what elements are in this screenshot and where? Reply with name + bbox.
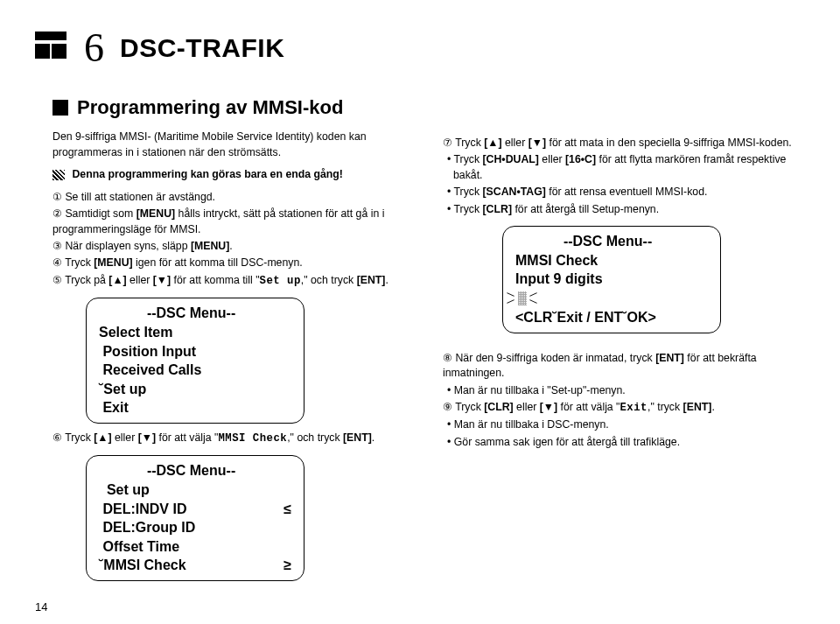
step-6: ⑥ Tryck [▲] eller [▼] för att välja "MMS… xyxy=(52,431,415,446)
chapter-icon xyxy=(35,32,68,65)
step-8-bullet: • Man är nu tillbaka i "Set-up"-menyn. xyxy=(443,383,805,398)
step-7-bullet-3: • Tryck [CLR] för att återgå till Setup-… xyxy=(443,202,805,217)
page-header: 6 DSC-TRAFIK xyxy=(35,25,805,71)
step-3: ③ När displayen syns, släpp [MENU]. xyxy=(52,239,415,254)
step-5: ⑤ Tryck på [▲] eller [▼] för att komma t… xyxy=(52,273,415,289)
step-9-bullet-1: • Man är nu tillbaka i DSC-menyn. xyxy=(443,417,805,432)
step-8: ⑧ När den 9-siffriga koden är inmatad, t… xyxy=(443,351,805,382)
chapter-number: 6 xyxy=(84,25,104,71)
lcd-display-3: --DSC Menu-- MMSI Check Input 9 digits <… xyxy=(502,226,721,333)
page-number: 14 xyxy=(35,600,47,613)
cursor-blink-icon xyxy=(515,289,542,308)
square-bullet-icon xyxy=(52,100,68,116)
step-9-bullet-2: • Gör samma sak igen för att återgå till… xyxy=(443,435,805,450)
step-4: ④ Tryck [MENU] igen för att komma till D… xyxy=(52,256,415,270)
step-7: ⑦ Tryck [▲] eller [▼] för att mata in de… xyxy=(443,136,805,151)
left-column: Programmering av MMSI-kod Den 9-siffriga… xyxy=(52,94,415,581)
warning-line: Denna programmering kan göras bara en en… xyxy=(52,167,415,182)
step-7-bullet-2: • Tryck [SCAN•TAG] för att rensa eventue… xyxy=(443,185,805,200)
section-heading: Programmering av MMSI-kod xyxy=(52,94,415,121)
step-9: ⑨ Tryck [CLR] eller [▼] för att välja "E… xyxy=(443,400,805,416)
hatched-icon xyxy=(52,170,65,180)
right-column: ⑦ Tryck [▲] eller [▼] för att mata in de… xyxy=(443,94,805,581)
section-title-text: Programmering av MMSI-kod xyxy=(77,94,343,121)
lcd-display-2: --DSC Menu-- Set up DEL:INDV ID≤ DEL:Gro… xyxy=(86,455,304,581)
intro-paragraph: Den 9-siffriga MMSI- (Maritime Mobile Se… xyxy=(52,130,415,160)
chapter-title: DSC-TRAFIK xyxy=(120,33,284,63)
step-7-bullet-1: • Tryck [CH•DUAL] eller [16•C] för att f… xyxy=(443,152,805,183)
lcd-display-1: --DSC Menu-- Select Item Position Input … xyxy=(86,298,304,424)
step-1: ① Se till att stationen är avstängd. xyxy=(52,190,415,205)
step-2: ② Samtidigt som [MENU] hålls intryckt, s… xyxy=(52,207,415,237)
warning-text: Denna programmering kan göras bara en en… xyxy=(72,168,343,180)
